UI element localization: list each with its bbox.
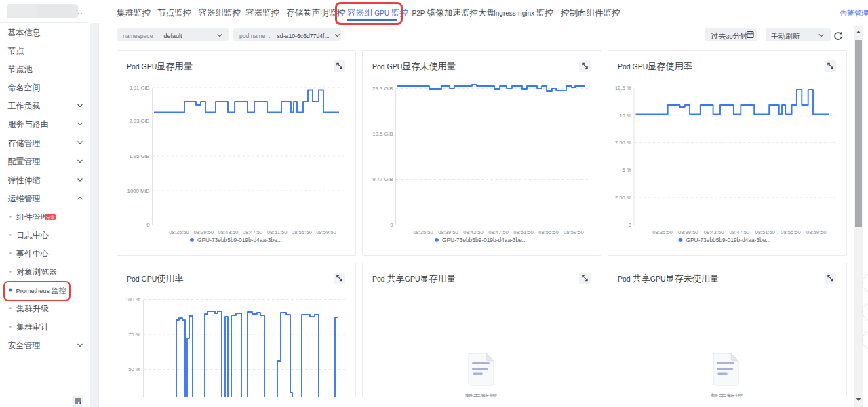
svg-text:08:39:50: 08:39:50 bbox=[678, 229, 698, 235]
svg-text:100 %: 100 % bbox=[125, 296, 140, 303]
svg-text:50 %: 50 % bbox=[128, 366, 140, 372]
svg-text:08:59:50: 08:59:50 bbox=[806, 229, 827, 235]
svg-text:5 %: 5 % bbox=[623, 167, 632, 173]
svg-text:08:35:50: 08:35:50 bbox=[413, 229, 433, 235]
svg-text:7.50 %: 7.50 % bbox=[615, 140, 631, 146]
svg-text:08:47:50: 08:47:50 bbox=[243, 229, 263, 235]
svg-text:10 %: 10 % bbox=[619, 113, 631, 119]
svg-text:08:39:50: 08:39:50 bbox=[438, 229, 458, 235]
svg-text:08:55:50: 08:55:50 bbox=[781, 229, 801, 235]
svg-text:08:39:50: 08:39:50 bbox=[193, 229, 214, 235]
svg-text:08:47:50: 08:47:50 bbox=[488, 229, 509, 235]
svg-text:1.95 GiB: 1.95 GiB bbox=[129, 153, 149, 159]
svg-text:08:47:50: 08:47:50 bbox=[730, 229, 750, 235]
svg-text:GPU-73ebb5b9-019b-d4aa-3be...: GPU-73ebb5b9-019b-d4aa-3be... bbox=[686, 237, 771, 244]
svg-text:08:43:50: 08:43:50 bbox=[704, 229, 724, 235]
svg-text:08:35:50: 08:35:50 bbox=[652, 229, 673, 235]
svg-text:08:51:50: 08:51:50 bbox=[267, 229, 288, 235]
svg-text:29.3 GiB: 29.3 GiB bbox=[372, 85, 393, 92]
svg-text:2.50 %: 2.50 % bbox=[615, 195, 631, 201]
svg-text:08:51:50: 08:51:50 bbox=[755, 229, 775, 235]
svg-text:08:43:50: 08:43:50 bbox=[218, 229, 239, 235]
svg-text:08:55:50: 08:55:50 bbox=[538, 229, 559, 235]
svg-text:0: 0 bbox=[390, 222, 393, 228]
svg-text:08:35:50: 08:35:50 bbox=[169, 229, 189, 235]
svg-text:08:59:50: 08:59:50 bbox=[564, 229, 584, 235]
svg-text:75 %: 75 % bbox=[128, 332, 140, 338]
svg-text:9.77 GiB: 9.77 GiB bbox=[372, 176, 393, 182]
svg-text:19.5 GiB: 19.5 GiB bbox=[372, 131, 393, 137]
svg-text:GPU-73ebb5b9-019b-d4aa-3be...: GPU-73ebb5b9-019b-d4aa-3be... bbox=[442, 237, 527, 244]
svg-text:0: 0 bbox=[629, 222, 632, 228]
svg-text:3.91 GiB: 3.91 GiB bbox=[129, 85, 149, 91]
svg-text:12.5 %: 12.5 % bbox=[615, 85, 631, 91]
svg-text:GPU-73ebb5b9-019b-d4aa-3be...: GPU-73ebb5b9-019b-d4aa-3be... bbox=[197, 237, 282, 244]
svg-text:0: 0 bbox=[146, 222, 150, 228]
svg-text:08:59:50: 08:59:50 bbox=[316, 229, 336, 235]
svg-text:08:55:50: 08:55:50 bbox=[292, 229, 312, 235]
svg-text:08:43:50: 08:43:50 bbox=[463, 229, 484, 235]
svg-text:1000 MiB: 1000 MiB bbox=[127, 188, 150, 194]
svg-text:2.93 GiB: 2.93 GiB bbox=[129, 118, 149, 124]
svg-text:08:51:50: 08:51:50 bbox=[513, 229, 534, 235]
